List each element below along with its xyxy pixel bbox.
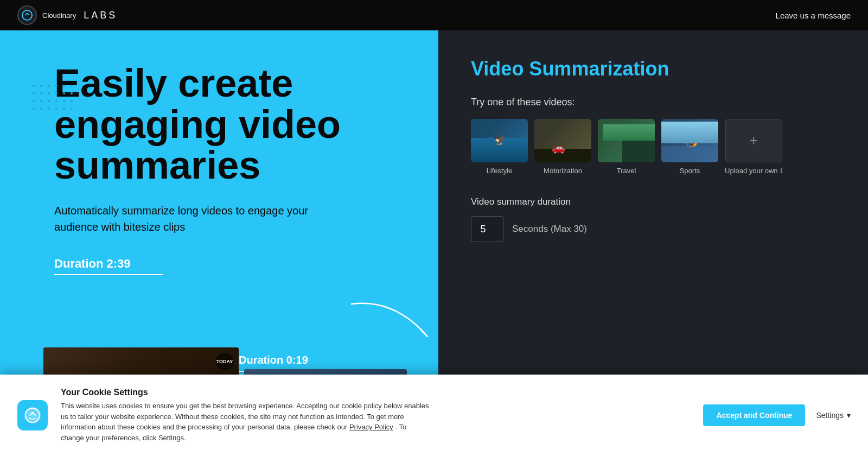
svg-point-0	[22, 10, 32, 20]
duration-input[interactable]	[471, 216, 503, 242]
svg-point-2	[24, 407, 41, 423]
thumb-label-motorization: Motorization	[544, 167, 582, 175]
video-thumbnails-row: 🦅 Lifestyle 🚗 Motorization Travel	[471, 119, 841, 175]
dot-grid	[33, 85, 81, 117]
thumb-travel[interactable]: Travel	[598, 119, 655, 175]
thumb-label-travel: Travel	[617, 167, 636, 175]
logo-icon	[17, 5, 37, 25]
thumb-lifestyle[interactable]: 🦅 Lifestyle	[471, 119, 528, 175]
thumb-img-upload: +	[725, 119, 782, 162]
cookie-banner: Your Cookie Settings This website uses c…	[0, 375, 868, 456]
leave-message-link[interactable]: Leave us a message	[776, 11, 851, 20]
svg-point-1	[27, 13, 28, 15]
thumb-label-upload: Upload your own	[725, 167, 778, 175]
cookie-icon	[17, 400, 48, 430]
today-logo: TODAY	[216, 353, 233, 370]
car-icon: 🚗	[552, 141, 565, 154]
summary-label: Video summary duration	[471, 197, 841, 207]
upload-plus-icon: +	[749, 132, 758, 149]
thumb-img-travel	[598, 119, 655, 162]
logo: Cloudinary LABS	[17, 5, 117, 25]
thumb-img-lifestyle: 🦅	[471, 119, 528, 162]
videos-prompt: Try one of these videos:	[471, 97, 841, 108]
thumb-motorization[interactable]: 🚗 Motorization	[534, 119, 591, 175]
cookie-actions: Accept and Continue Settings ▾	[703, 404, 851, 426]
thumb-label-lifestyle: Lifestyle	[487, 167, 513, 175]
duration-label-2: Duration 0:19	[239, 354, 308, 366]
thumb-img-sports: 🪂	[661, 119, 718, 162]
thumb-label-sports: Sports	[680, 167, 700, 175]
summary-section: Video summary duration Seconds (Max 30)	[471, 197, 841, 242]
thumb-upload[interactable]: + Upload your own ℹ	[725, 119, 783, 175]
cookie-body: This website uses cookies to ensure you …	[61, 401, 430, 443]
thumb-sports[interactable]: 🪂 Sports	[661, 119, 718, 175]
hero-subtitle: Automatically summarize long videos to e…	[54, 202, 336, 235]
upload-info-icon: ℹ	[780, 167, 783, 175]
chevron-down-icon: ▾	[847, 411, 851, 420]
svg-point-4	[31, 412, 34, 414]
labs-label: LABS	[84, 10, 117, 21]
duration-underline-1	[54, 274, 163, 275]
thumb-img-motorization: 🚗	[534, 119, 591, 162]
logo-name: Cloudinary	[42, 11, 76, 20]
settings-button[interactable]: Settings ▾	[816, 411, 851, 420]
bird-icon: 🦅	[494, 134, 506, 146]
arrow-graphic	[341, 293, 438, 358]
duration-label-1: Duration 2:39	[54, 257, 395, 271]
hero-title: Easily create engaging video summaries	[54, 63, 395, 186]
settings-label: Settings	[816, 411, 844, 420]
seconds-label: Seconds (Max 30)	[512, 224, 587, 235]
section-title: Video Summarization	[471, 58, 841, 80]
privacy-policy-link[interactable]: Privacy Policy	[349, 423, 393, 431]
header: Cloudinary LABS Leave us a message	[0, 0, 868, 30]
cookie-title: Your Cookie Settings	[61, 388, 690, 397]
duration-input-row: Seconds (Max 30)	[471, 216, 841, 242]
cookie-text-block: Your Cookie Settings This website uses c…	[61, 388, 690, 443]
accept-button[interactable]: Accept and Continue	[703, 404, 805, 426]
